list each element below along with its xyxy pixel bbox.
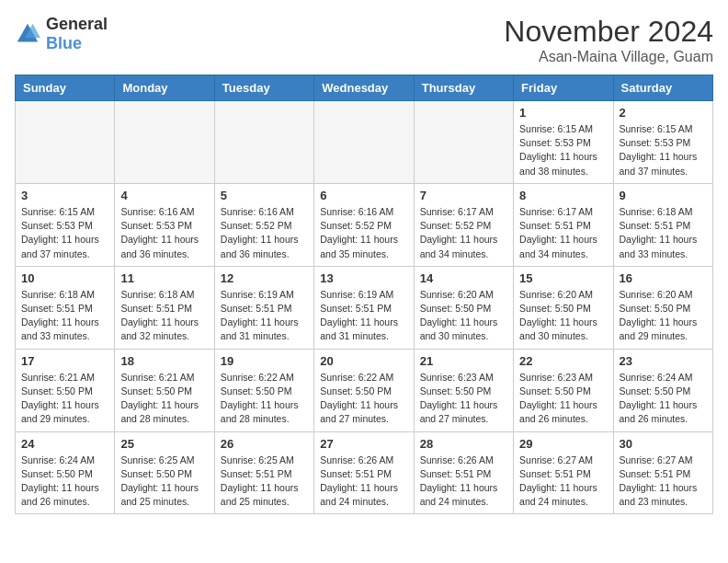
day-number: 15	[519, 271, 607, 285]
calendar-week-5: 24Sunrise: 6:24 AMSunset: 5:50 PMDayligh…	[16, 431, 713, 514]
calendar-cell	[314, 101, 414, 184]
day-header-sunday: Sunday	[16, 75, 115, 101]
day-number: 22	[519, 354, 607, 368]
day-number: 18	[120, 354, 208, 368]
logo-icon	[15, 21, 40, 47]
calendar-cell: 25Sunrise: 6:25 AMSunset: 5:50 PMDayligh…	[115, 431, 214, 514]
calendar-cell: 1Sunrise: 6:15 AMSunset: 5:53 PMDaylight…	[514, 101, 613, 184]
day-number: 27	[320, 437, 407, 451]
cell-info: Sunrise: 6:16 AMSunset: 5:53 PMDaylight:…	[120, 205, 208, 261]
calendar-cell: 8Sunrise: 6:17 AMSunset: 5:51 PMDaylight…	[514, 183, 613, 266]
calendar-cell: 9Sunrise: 6:18 AMSunset: 5:51 PMDaylight…	[613, 183, 712, 266]
cell-info: Sunrise: 6:24 AMSunset: 5:50 PMDaylight:…	[21, 454, 108, 510]
calendar-cell: 27Sunrise: 6:26 AMSunset: 5:51 PMDayligh…	[314, 431, 414, 514]
calendar-cell: 15Sunrise: 6:20 AMSunset: 5:50 PMDayligh…	[514, 266, 613, 349]
cell-info: Sunrise: 6:17 AMSunset: 5:51 PMDaylight:…	[519, 205, 607, 261]
cell-info: Sunrise: 6:18 AMSunset: 5:51 PMDaylight:…	[120, 288, 208, 344]
day-number: 1	[519, 106, 607, 120]
calendar-header-row: SundayMondayTuesdayWednesdayThursdayFrid…	[16, 75, 713, 101]
day-header-friday: Friday	[514, 75, 613, 101]
day-header-monday: Monday	[115, 75, 214, 101]
day-number: 5	[221, 189, 308, 202]
calendar-week-4: 17Sunrise: 6:21 AMSunset: 5:50 PMDayligh…	[16, 349, 713, 431]
calendar-cell: 23Sunrise: 6:24 AMSunset: 5:50 PMDayligh…	[613, 349, 712, 431]
day-number: 26	[221, 437, 308, 451]
cell-info: Sunrise: 6:15 AMSunset: 5:53 PMDaylight:…	[21, 205, 108, 261]
cell-info: Sunrise: 6:19 AMSunset: 5:51 PMDaylight:…	[320, 288, 407, 344]
calendar-cell: 17Sunrise: 6:21 AMSunset: 5:50 PMDayligh…	[16, 349, 115, 431]
cell-info: Sunrise: 6:27 AMSunset: 5:51 PMDaylight:…	[620, 454, 707, 510]
calendar-cell: 28Sunrise: 6:26 AMSunset: 5:51 PMDayligh…	[414, 431, 513, 514]
cell-info: Sunrise: 6:21 AMSunset: 5:50 PMDaylight:…	[120, 371, 208, 427]
calendar-cell: 13Sunrise: 6:19 AMSunset: 5:51 PMDayligh…	[314, 266, 414, 349]
day-header-saturday: Saturday	[613, 75, 712, 101]
day-number: 10	[21, 271, 108, 285]
cell-info: Sunrise: 6:22 AMSunset: 5:50 PMDaylight:…	[320, 371, 407, 427]
day-number: 16	[620, 271, 707, 285]
day-header-thursday: Thursday	[414, 75, 513, 101]
calendar-week-1: 1Sunrise: 6:15 AMSunset: 5:53 PMDaylight…	[16, 101, 713, 184]
calendar-cell	[414, 101, 513, 184]
calendar-cell	[214, 101, 313, 184]
cell-info: Sunrise: 6:19 AMSunset: 5:51 PMDaylight:…	[221, 288, 308, 344]
calendar-cell: 3Sunrise: 6:15 AMSunset: 5:53 PMDaylight…	[16, 183, 115, 266]
day-number: 3	[21, 189, 108, 202]
page-header: General Blue November 2024 Asan-Maina Vi…	[15, 15, 713, 65]
cell-info: Sunrise: 6:27 AMSunset: 5:51 PMDaylight:…	[519, 454, 607, 510]
calendar-cell: 16Sunrise: 6:20 AMSunset: 5:50 PMDayligh…	[613, 266, 712, 349]
calendar-table: SundayMondayTuesdayWednesdayThursdayFrid…	[15, 75, 713, 514]
calendar-cell: 14Sunrise: 6:20 AMSunset: 5:50 PMDayligh…	[414, 266, 513, 349]
location-title: Asan-Maina Village, Guam	[504, 49, 713, 65]
cell-info: Sunrise: 6:18 AMSunset: 5:51 PMDaylight:…	[620, 205, 707, 261]
cell-info: Sunrise: 6:16 AMSunset: 5:52 PMDaylight:…	[221, 205, 308, 261]
cell-info: Sunrise: 6:26 AMSunset: 5:51 PMDaylight:…	[420, 454, 507, 510]
cell-info: Sunrise: 6:25 AMSunset: 5:50 PMDaylight:…	[120, 454, 208, 510]
day-number: 30	[620, 437, 707, 451]
day-number: 6	[320, 189, 407, 202]
day-number: 28	[420, 437, 507, 451]
day-header-tuesday: Tuesday	[214, 75, 313, 101]
day-number: 4	[120, 189, 208, 202]
cell-info: Sunrise: 6:21 AMSunset: 5:50 PMDaylight:…	[21, 371, 108, 427]
logo: General Blue	[15, 15, 108, 53]
cell-info: Sunrise: 6:24 AMSunset: 5:50 PMDaylight:…	[620, 371, 707, 427]
calendar-cell: 11Sunrise: 6:18 AMSunset: 5:51 PMDayligh…	[115, 266, 214, 349]
day-number: 17	[21, 354, 108, 368]
day-number: 25	[120, 437, 208, 451]
cell-info: Sunrise: 6:18 AMSunset: 5:51 PMDaylight:…	[21, 288, 108, 344]
logo-mark: General Blue	[15, 15, 108, 53]
day-number: 14	[420, 271, 507, 285]
logo-general: General	[46, 15, 108, 33]
calendar-cell: 7Sunrise: 6:17 AMSunset: 5:52 PMDaylight…	[414, 183, 513, 266]
calendar-cell	[16, 101, 115, 184]
title-section: November 2024 Asan-Maina Village, Guam	[504, 15, 713, 65]
day-number: 24	[21, 437, 108, 451]
cell-info: Sunrise: 6:17 AMSunset: 5:52 PMDaylight:…	[420, 205, 507, 261]
cell-info: Sunrise: 6:23 AMSunset: 5:50 PMDaylight:…	[420, 371, 507, 427]
calendar-cell: 26Sunrise: 6:25 AMSunset: 5:51 PMDayligh…	[214, 431, 313, 514]
day-number: 13	[320, 271, 407, 285]
cell-info: Sunrise: 6:15 AMSunset: 5:53 PMDaylight:…	[519, 122, 607, 178]
calendar-cell	[115, 101, 214, 184]
calendar-cell: 24Sunrise: 6:24 AMSunset: 5:50 PMDayligh…	[16, 431, 115, 514]
day-header-wednesday: Wednesday	[314, 75, 414, 101]
cell-info: Sunrise: 6:23 AMSunset: 5:50 PMDaylight:…	[519, 371, 607, 427]
cell-info: Sunrise: 6:20 AMSunset: 5:50 PMDaylight:…	[420, 288, 507, 344]
day-number: 11	[120, 271, 208, 285]
month-title: November 2024	[504, 15, 713, 49]
day-number: 19	[221, 354, 308, 368]
day-number: 9	[620, 189, 707, 202]
calendar-cell: 4Sunrise: 6:16 AMSunset: 5:53 PMDaylight…	[115, 183, 214, 266]
calendar-cell: 19Sunrise: 6:22 AMSunset: 5:50 PMDayligh…	[214, 349, 313, 431]
day-number: 12	[221, 271, 308, 285]
day-number: 2	[620, 106, 707, 120]
day-number: 23	[620, 354, 707, 368]
day-number: 21	[420, 354, 507, 368]
day-number: 8	[519, 189, 607, 202]
cell-info: Sunrise: 6:16 AMSunset: 5:52 PMDaylight:…	[320, 205, 407, 261]
logo-blue: Blue	[46, 34, 82, 52]
calendar-cell: 20Sunrise: 6:22 AMSunset: 5:50 PMDayligh…	[314, 349, 414, 431]
day-number: 29	[519, 437, 607, 451]
cell-info: Sunrise: 6:20 AMSunset: 5:50 PMDaylight:…	[519, 288, 607, 344]
cell-info: Sunrise: 6:25 AMSunset: 5:51 PMDaylight:…	[221, 454, 308, 510]
